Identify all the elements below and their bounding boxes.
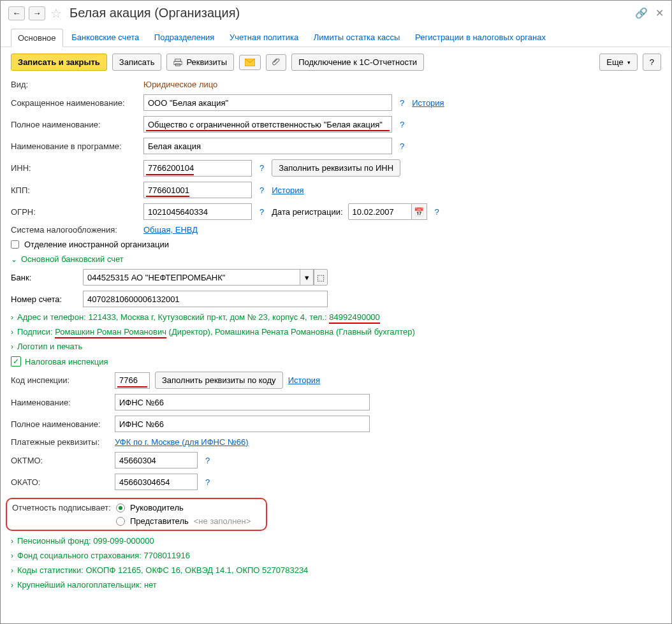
page-title: Белая акация (Организация) [69,6,240,20]
connect-1c-button[interactable]: Подключение к 1С-Отчетности [291,54,424,71]
favorite-star-icon[interactable]: ☆ [49,6,63,20]
kind-label: Вид: [11,80,138,89]
tax-system-link[interactable]: Общая, ЕНВД [143,225,198,235]
inspection-code-label: Код инспекции: [11,375,110,385]
full-name-label: Полное наименование: [11,120,138,129]
pension-fund-label: Пенсионный фонд: 099-099-000000 [17,536,154,546]
attach-button[interactable] [266,54,286,71]
ogrn-label: ОГРН: [11,207,138,217]
chevron-right-icon: › [11,328,13,337]
main-taxpayer-expander[interactable]: › Крупнейший налогоплательщик: нет [11,580,661,590]
oktmo-label: ОКТМО: [11,456,110,465]
chevron-right-icon: › [11,313,13,322]
ogrn-input[interactable] [143,203,252,220]
more-button[interactable]: Еще ▾ [599,54,637,71]
inspection-name-input[interactable] [115,394,370,410]
program-name-input[interactable] [143,138,392,154]
save-button[interactable]: Записать [112,54,162,71]
printer-icon [173,58,182,67]
link-icon[interactable]: 🔗 [635,7,648,19]
fill-by-inn-button[interactable]: Заполнить реквизиты по ИНН [272,159,400,177]
kpp-history-link[interactable]: История [272,185,303,195]
main-bank-account-label: Основной банковский счет [21,254,124,264]
foreign-branch-label: Отделение иностранной организации [24,240,169,249]
payment-details-link[interactable]: УФК по г. Москве (для ИФНС №66) [115,437,249,447]
chevron-right-icon: › [11,551,13,560]
short-name-help[interactable]: ? [397,98,407,108]
props-button-label: Реквизиты [186,57,227,67]
program-name-help[interactable]: ? [397,141,407,151]
ogrn-help[interactable]: ? [257,207,267,217]
signer-head-radio[interactable] [116,504,125,512]
kpp-help[interactable]: ? [257,185,267,195]
main-bank-account-expander[interactable]: ⌄ Основной банковский счет [11,254,661,264]
tax-inspection-label: Налоговая инспекция [25,357,108,366]
inspection-full-input[interactable] [115,416,370,432]
program-name-label: Наименование в программе: [11,141,138,151]
paperclip-icon [272,58,281,67]
tab-bank-accounts[interactable]: Банковские счета [65,29,145,46]
calendar-button[interactable]: 📅 [412,203,427,220]
oktmo-help[interactable]: ? [203,456,212,465]
reg-date-help[interactable]: ? [432,207,442,217]
mail-icon [245,59,255,66]
tab-cash-limits[interactable]: Лимиты остатка кассы [307,29,407,46]
short-name-history-link[interactable]: История [412,98,444,108]
okato-input[interactable] [115,474,198,490]
account-label: Номер счета: [11,294,78,304]
tab-main[interactable]: Основное [11,29,63,47]
foreign-branch-checkbox[interactable] [11,240,19,249]
more-button-label: Еще [606,57,623,67]
signer-rep-radio[interactable] [116,517,125,526]
inn-help[interactable]: ? [257,163,267,173]
chevron-right-icon: › [11,342,13,351]
payment-details-label: Платежные реквизиты: [11,437,110,447]
open-icon: ⬚ [317,273,325,282]
signatures-expander[interactable]: › Подписи: Ромашкин Роман Романович (Дир… [11,327,661,337]
short-name-input[interactable] [143,94,392,111]
fill-by-code-button[interactable]: Заполнить реквизиты по коду [155,372,283,389]
signer-rep-label: Представитель [130,516,189,526]
save-close-button[interactable]: Записать и закрыть [11,54,107,71]
svg-rect-1 [174,61,182,64]
bank-open-button[interactable]: ⬚ [314,269,328,286]
chevron-right-icon: › [11,581,13,590]
pension-fund-expander[interactable]: › Пенсионный фонд: 099-099-000000 [11,536,661,546]
close-icon[interactable]: ✕ [655,7,664,19]
tab-accounting-policy[interactable]: Учетная политика [223,29,305,46]
address-phone-expander[interactable]: › Адрес и телефон: 121433, Москва г, Кут… [11,312,661,322]
help-button[interactable]: ? [643,54,661,71]
calendar-icon: 📅 [414,207,424,217]
tab-tax-registrations[interactable]: Регистрации в налоговых органах [409,29,552,46]
mail-button[interactable] [239,55,261,70]
stat-codes-label: Коды статистики: ОКОПФ 12165, ОКФС 16, О… [17,565,308,575]
back-button[interactable]: ← [8,6,25,20]
fss-expander[interactable]: › Фонд социального страхования: 77080119… [11,551,661,560]
full-name-help[interactable]: ? [397,120,407,129]
chevron-down-icon: ▾ [305,273,309,282]
chevron-down-icon: ⌄ [11,255,17,264]
tab-departments[interactable]: Подразделения [148,29,221,46]
props-button[interactable]: Реквизиты [166,54,234,71]
tax-inspection-checkbox-icon: ✓ [11,356,21,366]
kpp-label: КПП: [11,185,138,195]
arrow-left-icon: ← [13,8,21,18]
arrow-right-icon: → [33,8,41,18]
account-input[interactable] [83,291,328,307]
svg-rect-0 [175,59,181,61]
logo-stamp-label: Логотип и печать [17,342,82,351]
okato-help[interactable]: ? [203,477,212,487]
bank-input[interactable] [83,269,300,286]
tax-system-label: Система налогообложения: [11,225,138,235]
oktmo-input[interactable] [115,452,198,468]
bank-label: Банк: [11,273,78,282]
logo-stamp-expander[interactable]: › Логотип и печать [11,342,661,351]
tax-inspection-expander[interactable]: ✓ Налоговая инспекция [11,356,661,366]
stat-codes-expander[interactable]: › Коды статистики: ОКОПФ 12165, ОКФС 16,… [11,565,661,575]
bank-dropdown-button[interactable]: ▾ [300,269,314,286]
signer-not-filled: <не заполнен> [194,516,251,526]
chevron-down-icon: ▾ [627,59,631,66]
inspection-history-link[interactable]: История [288,375,320,385]
forward-button[interactable]: → [29,6,45,20]
reg-date-input[interactable] [348,203,412,220]
